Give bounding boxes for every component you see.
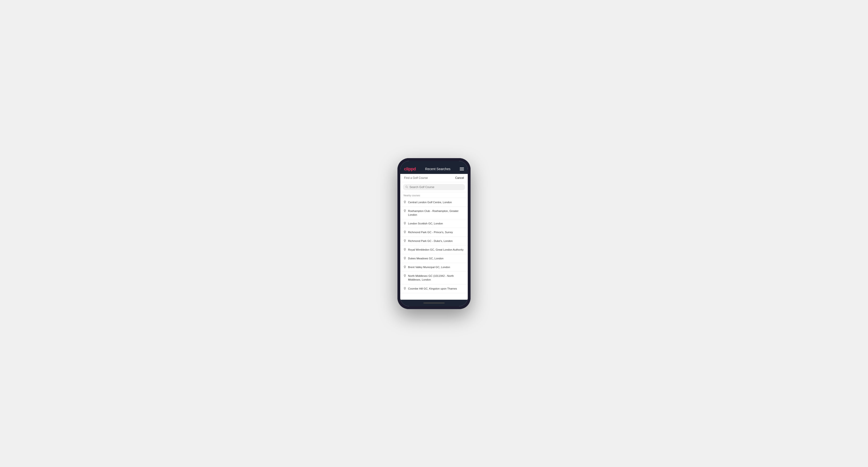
svg-line-1	[407, 188, 408, 188]
location-icon	[404, 266, 406, 269]
course-name: Royal Wimbledon GC, Great London Authori…	[408, 248, 464, 252]
list-item[interactable]: Royal Wimbledon GC, Great London Authori…	[400, 245, 468, 254]
list-item[interactable]: Brent Valley Municipal GC, London	[400, 263, 468, 272]
location-icon	[404, 257, 406, 260]
home-indicator	[400, 300, 468, 306]
search-input-wrapper[interactable]	[403, 184, 465, 190]
phone-screen: clippd Recent Searches Find a Golf Cours…	[400, 161, 468, 306]
nearby-courses-list: Nearby courses Central London Golf Centr…	[400, 192, 468, 300]
list-item[interactable]: Roehampton Club - Roehampton, Greater Lo…	[400, 207, 468, 219]
search-icon	[405, 186, 408, 188]
course-name: Brent Valley Municipal GC, London	[408, 265, 450, 269]
find-label: Find a Golf Course	[404, 176, 428, 180]
course-name: Roehampton Club - Roehampton, Greater Lo…	[408, 209, 464, 217]
location-icon	[404, 274, 406, 277]
course-name: Richmond Park GC - Duke's, London	[408, 239, 453, 243]
location-icon	[404, 230, 406, 234]
page-title: Recent Searches	[425, 167, 450, 171]
phone-frame: clippd Recent Searches Find a Golf Cours…	[397, 158, 471, 309]
location-icon	[404, 209, 406, 212]
course-name: Dukes Meadows GC, London	[408, 256, 443, 260]
course-name: Richmond Park GC - Prince's, Surrey	[408, 230, 453, 234]
list-item[interactable]: London Scottish GC, London	[400, 219, 468, 228]
course-name: Coombe Hill GC, Kingston upon Thames	[408, 287, 457, 290]
cancel-button[interactable]: Cancel	[455, 176, 464, 180]
location-icon	[404, 222, 406, 225]
list-item[interactable]: North Middlesex GC (1011942 - North Midd…	[400, 272, 468, 284]
course-name: Central London Golf Centre, London	[408, 200, 452, 204]
find-header: Find a Golf Course Cancel	[400, 174, 468, 182]
course-name: North Middlesex GC (1011942 - North Midd…	[408, 274, 464, 282]
app-logo: clippd	[404, 166, 416, 172]
list-item[interactable]: Coombe Hill GC, Kingston upon Thames	[400, 284, 468, 293]
search-input[interactable]	[409, 185, 463, 189]
location-icon	[404, 239, 406, 242]
menu-button[interactable]	[460, 167, 464, 170]
home-bar	[423, 303, 445, 304]
location-icon	[404, 248, 406, 251]
status-bar	[400, 161, 468, 164]
location-icon	[404, 287, 406, 290]
location-icon	[404, 200, 406, 204]
list-item[interactable]: Central London Golf Centre, London	[400, 198, 468, 207]
svg-point-0	[406, 186, 407, 188]
list-item[interactable]: Richmond Park GC - Prince's, Surrey	[400, 228, 468, 237]
search-bar	[400, 182, 468, 192]
list-item[interactable]: Dukes Meadows GC, London	[400, 254, 468, 263]
nearby-section-label: Nearby courses	[400, 192, 468, 198]
course-name: London Scottish GC, London	[408, 222, 443, 225]
app-header: clippd Recent Searches	[400, 164, 468, 174]
list-item[interactable]: Richmond Park GC - Duke's, London	[400, 237, 468, 245]
content-area: Find a Golf Course Cancel Nearby courses	[400, 174, 468, 300]
